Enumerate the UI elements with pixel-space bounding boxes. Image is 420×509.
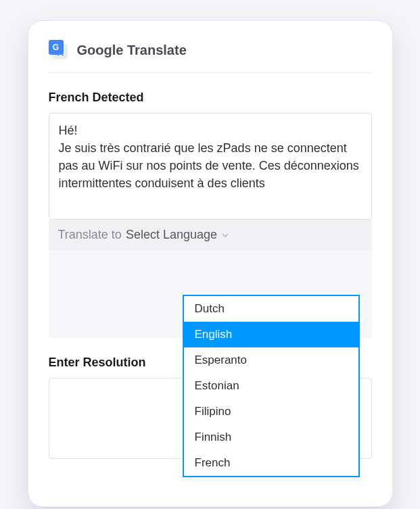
language-option-french[interactable]: French — [184, 450, 358, 476]
app-title: Google Translate — [77, 43, 187, 58]
google-translate-icon: G — [49, 40, 69, 60]
language-option-filipino[interactable]: Filipino — [184, 399, 358, 425]
language-option-esperanto[interactable]: Esperanto — [184, 347, 358, 373]
source-text-area[interactable]: Hé! Je suis très contrarié que les zPads… — [49, 113, 372, 220]
language-dropdown[interactable]: Dutch English Esperanto Estonian Filipin… — [183, 295, 360, 477]
language-option-english[interactable]: English — [184, 322, 358, 347]
language-option-dutch[interactable]: Dutch — [184, 296, 358, 322]
detected-language-label: French Detected — [49, 91, 372, 105]
language-option-finnish[interactable]: Finnish — [184, 425, 358, 450]
source-text: Hé! Je suis très contrarié que les zPads… — [59, 124, 359, 190]
translate-to-bar: Translate to Select Language — [49, 220, 372, 250]
translate-panel: G Google Translate French Detected Hé! J… — [28, 20, 393, 507]
header: G Google Translate — [49, 40, 372, 73]
language-select-value: Select Language — [126, 228, 217, 242]
chevron-down-icon — [221, 231, 229, 239]
language-select[interactable]: Select Language — [126, 228, 229, 242]
language-option-estonian[interactable]: Estonian — [184, 373, 358, 399]
translate-to-label: Translate to — [58, 228, 122, 242]
